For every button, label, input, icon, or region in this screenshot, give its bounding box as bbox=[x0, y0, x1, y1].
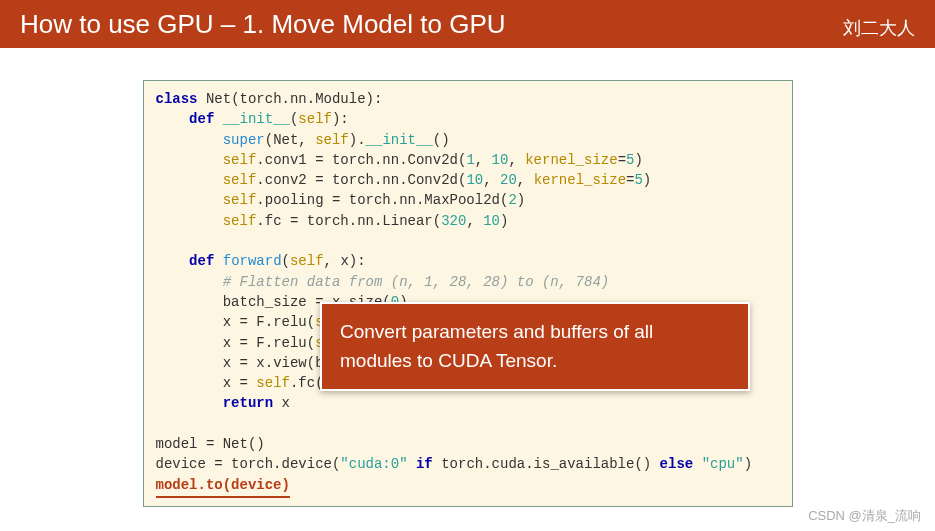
forward-fn: forward bbox=[223, 253, 282, 269]
self: self bbox=[223, 172, 257, 188]
model-to-device: model.to(device) bbox=[156, 475, 290, 498]
cpu-str: "cpu" bbox=[702, 456, 744, 472]
class-name: Net bbox=[206, 91, 231, 107]
super-call: super bbox=[223, 132, 265, 148]
kw-return: return bbox=[223, 395, 273, 411]
code-block: class Net(torch.nn.Module): def __init__… bbox=[143, 80, 793, 507]
slide-author: 刘二大人 bbox=[843, 16, 915, 40]
conv1-assign: .conv1 = torch.nn.Conv2d( bbox=[256, 152, 466, 168]
init-call: __init__ bbox=[366, 132, 433, 148]
slide-header: How to use GPU – 1. Move Model to GPU 刘二… bbox=[0, 0, 935, 48]
callout-text: Convert parameters and buffers of all mo… bbox=[340, 321, 653, 371]
n: 10 bbox=[466, 172, 483, 188]
init-fn: __init__ bbox=[223, 111, 290, 127]
model-inst: model = Net() bbox=[156, 436, 265, 452]
self: self bbox=[223, 152, 257, 168]
slide-title: How to use GPU – 1. Move Model to GPU bbox=[20, 9, 506, 40]
n: 320 bbox=[441, 213, 466, 229]
n: 1 bbox=[466, 152, 474, 168]
self: self bbox=[290, 253, 324, 269]
n: 20 bbox=[500, 172, 517, 188]
kwarg: kernel_size bbox=[525, 152, 617, 168]
class-base: torch.nn.Module bbox=[240, 91, 366, 107]
kw-else: else bbox=[651, 456, 701, 472]
is-avail: torch.cuda.is_available() bbox=[441, 456, 651, 472]
param-x: x bbox=[340, 253, 348, 269]
n: 10 bbox=[492, 152, 509, 168]
relu2-pre: x = F.relu( bbox=[223, 335, 315, 351]
n: 5 bbox=[634, 172, 642, 188]
kw-class: class bbox=[156, 91, 198, 107]
self: self bbox=[256, 375, 290, 391]
cuda-str: "cuda:0" bbox=[340, 456, 407, 472]
close: ) bbox=[744, 456, 752, 472]
comment: # Flatten data from (n, 1, 28, 28) to (n… bbox=[223, 274, 609, 290]
conv2-assign: .conv2 = torch.nn.Conv2d( bbox=[256, 172, 466, 188]
pool-assign: .pooling = torch.nn.MaxPool2d( bbox=[256, 192, 508, 208]
n: 2 bbox=[508, 192, 516, 208]
callout-box: Convert parameters and buffers of all mo… bbox=[320, 302, 750, 391]
super-args: Net, bbox=[273, 132, 307, 148]
fc-assign: .fc = torch.nn.Linear( bbox=[256, 213, 441, 229]
watermark: CSDN @清泉_流响 bbox=[808, 507, 921, 525]
self: self bbox=[223, 213, 257, 229]
ret-var: x bbox=[273, 395, 290, 411]
self: self bbox=[315, 132, 349, 148]
device-assign: device = torch.device( bbox=[156, 456, 341, 472]
kw-def: def bbox=[189, 111, 214, 127]
self: self bbox=[223, 192, 257, 208]
kw-if: if bbox=[408, 456, 442, 472]
self: self bbox=[298, 111, 332, 127]
kwarg: kernel_size bbox=[534, 172, 626, 188]
kw-def: def bbox=[189, 253, 214, 269]
n: 10 bbox=[483, 213, 500, 229]
n: 5 bbox=[626, 152, 634, 168]
relu1-pre: x = F.relu( bbox=[223, 314, 315, 330]
fc-pre: x = bbox=[223, 375, 257, 391]
